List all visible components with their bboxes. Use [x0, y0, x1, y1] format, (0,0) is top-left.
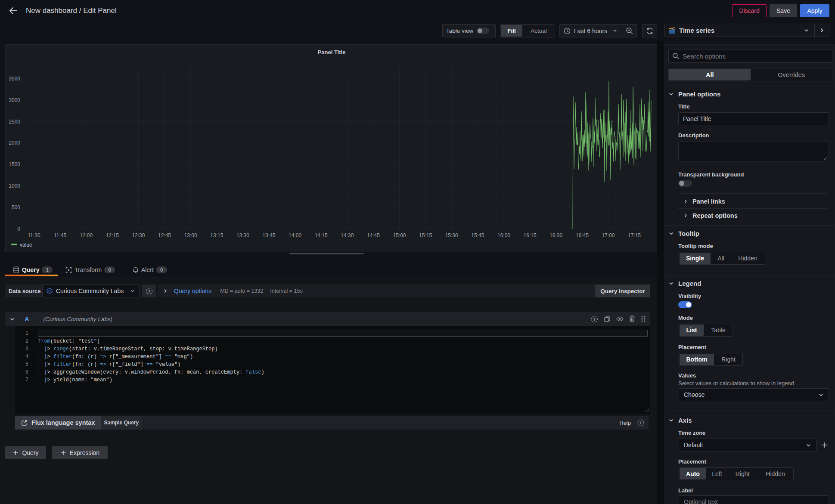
svg-text:15:45: 15:45: [471, 232, 484, 238]
svg-text:2500: 2500: [9, 119, 20, 125]
svg-text:13:15: 13:15: [210, 232, 223, 238]
svg-text:2000: 2000: [9, 140, 20, 146]
svg-text:1000: 1000: [9, 183, 20, 189]
svg-text:17:15: 17:15: [628, 232, 641, 238]
svg-text:3500: 3500: [9, 76, 20, 82]
svg-text:17:00: 17:00: [602, 232, 615, 238]
svg-text:15:00: 15:00: [393, 232, 406, 238]
svg-text:14:30: 14:30: [341, 232, 354, 238]
svg-text:Panel Title: Panel Title: [318, 49, 346, 56]
svg-text:500: 500: [12, 204, 20, 210]
svg-text:1500: 1500: [9, 161, 20, 167]
svg-text:15:30: 15:30: [445, 232, 458, 238]
svg-text:12:15: 12:15: [106, 232, 119, 238]
svg-text:16:15: 16:15: [524, 232, 537, 238]
svg-text:14:15: 14:15: [315, 232, 328, 238]
svg-text:16:30: 16:30: [549, 232, 562, 238]
svg-text:12:45: 12:45: [158, 232, 171, 238]
svg-text:14:45: 14:45: [367, 232, 380, 238]
svg-text:15:15: 15:15: [419, 232, 432, 238]
svg-text:3000: 3000: [9, 97, 20, 103]
svg-text:12:30: 12:30: [132, 232, 145, 238]
svg-text:12:00: 12:00: [80, 232, 93, 238]
svg-text:13:45: 13:45: [262, 232, 275, 238]
svg-text:11:45: 11:45: [54, 232, 66, 238]
svg-text:11:30: 11:30: [28, 232, 40, 238]
svg-text:13:00: 13:00: [184, 232, 197, 238]
svg-text:value: value: [20, 242, 32, 248]
svg-text:16:00: 16:00: [497, 232, 510, 238]
svg-text:?: ?: [148, 288, 150, 293]
svg-text:14:00: 14:00: [289, 232, 301, 238]
svg-text:16:45: 16:45: [576, 232, 589, 238]
svg-text:13:30: 13:30: [236, 232, 249, 238]
svg-text:0: 0: [17, 226, 20, 232]
svg-text:?: ?: [593, 316, 596, 321]
